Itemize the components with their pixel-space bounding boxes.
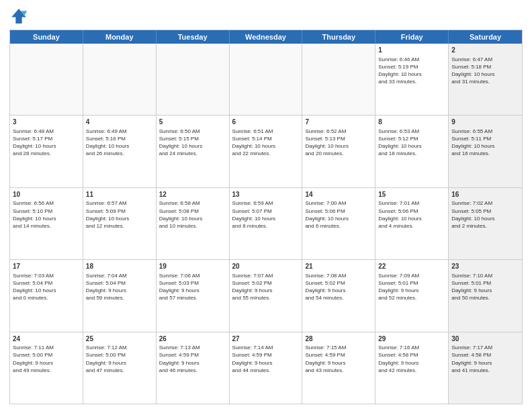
header-day-friday: Friday <box>375 30 449 44</box>
day-info: Sunrise: 6:51 AM Sunset: 5:14 PM Dayligh… <box>232 128 300 158</box>
day-number: 14 <box>305 190 372 199</box>
day-info: Sunrise: 7:07 AM Sunset: 5:02 PM Dayligh… <box>232 272 300 302</box>
day-info: Sunrise: 7:16 AM Sunset: 4:58 PM Dayligh… <box>378 344 445 374</box>
day-info: Sunrise: 7:11 AM Sunset: 5:00 PM Dayligh… <box>13 344 80 374</box>
empty-cell <box>83 44 157 115</box>
day-number: 1 <box>378 46 445 55</box>
day-info: Sunrise: 7:10 AM Sunset: 5:01 PM Dayligh… <box>451 272 519 302</box>
calendar-week-5: 24Sunrise: 7:11 AM Sunset: 5:00 PM Dayli… <box>10 332 522 404</box>
day-number: 6 <box>232 118 300 127</box>
empty-cell <box>157 44 230 115</box>
calendar-body: 1Sunrise: 6:46 AM Sunset: 5:19 PM Daylig… <box>10 44 522 404</box>
day-info: Sunrise: 7:14 AM Sunset: 4:59 PM Dayligh… <box>232 344 300 374</box>
day-cell-7: 7Sunrise: 6:52 AM Sunset: 5:13 PM Daylig… <box>302 116 375 187</box>
header-day-saturday: Saturday <box>449 30 522 44</box>
day-number: 30 <box>451 334 519 344</box>
day-cell-25: 25Sunrise: 7:12 AM Sunset: 5:00 PM Dayli… <box>83 332 157 404</box>
day-info: Sunrise: 7:12 AM Sunset: 5:00 PM Dayligh… <box>86 344 153 374</box>
day-number: 8 <box>378 118 445 127</box>
day-info: Sunrise: 6:48 AM Sunset: 5:17 PM Dayligh… <box>13 128 80 158</box>
day-number: 29 <box>378 334 445 344</box>
header-day-monday: Monday <box>83 30 157 44</box>
header-day-thursday: Thursday <box>302 30 375 44</box>
day-info: Sunrise: 7:09 AM Sunset: 5:01 PM Dayligh… <box>378 272 445 302</box>
day-number: 21 <box>305 262 372 271</box>
day-info: Sunrise: 6:50 AM Sunset: 5:15 PM Dayligh… <box>159 128 226 158</box>
day-info: Sunrise: 6:46 AM Sunset: 5:19 PM Dayligh… <box>378 56 445 86</box>
day-info: Sunrise: 6:49 AM Sunset: 5:16 PM Dayligh… <box>86 128 153 158</box>
day-cell-12: 12Sunrise: 6:58 AM Sunset: 5:08 PM Dayli… <box>157 188 230 259</box>
day-info: Sunrise: 6:53 AM Sunset: 5:12 PM Dayligh… <box>378 128 445 158</box>
day-cell-6: 6Sunrise: 6:51 AM Sunset: 5:14 PM Daylig… <box>230 116 303 187</box>
day-info: Sunrise: 6:56 AM Sunset: 5:10 PM Dayligh… <box>13 199 80 230</box>
empty-cell <box>302 44 375 115</box>
day-number: 5 <box>159 118 226 127</box>
day-number: 16 <box>451 190 519 199</box>
day-number: 12 <box>159 190 226 199</box>
day-number: 4 <box>86 118 153 127</box>
calendar-week-3: 10Sunrise: 6:56 AM Sunset: 5:10 PM Dayli… <box>10 187 522 259</box>
day-cell-22: 22Sunrise: 7:09 AM Sunset: 5:01 PM Dayli… <box>375 260 449 331</box>
day-cell-27: 27Sunrise: 7:14 AM Sunset: 4:59 PM Dayli… <box>230 332 303 404</box>
day-number: 28 <box>305 334 372 344</box>
day-cell-1: 1Sunrise: 6:46 AM Sunset: 5:19 PM Daylig… <box>375 44 449 115</box>
day-info: Sunrise: 6:47 AM Sunset: 5:18 PM Dayligh… <box>451 56 519 86</box>
day-info: Sunrise: 7:15 AM Sunset: 4:59 PM Dayligh… <box>305 344 372 374</box>
day-number: 22 <box>378 262 445 271</box>
calendar-week-4: 17Sunrise: 7:03 AM Sunset: 5:04 PM Dayli… <box>10 259 522 331</box>
day-number: 24 <box>13 334 80 344</box>
calendar-week-2: 3Sunrise: 6:48 AM Sunset: 5:17 PM Daylig… <box>10 115 522 187</box>
day-number: 25 <box>86 334 153 344</box>
day-info: Sunrise: 7:00 AM Sunset: 5:06 PM Dayligh… <box>305 199 372 230</box>
day-info: Sunrise: 6:55 AM Sunset: 5:11 PM Dayligh… <box>451 128 519 158</box>
day-number: 2 <box>451 46 519 55</box>
day-number: 23 <box>451 262 519 271</box>
day-cell-11: 11Sunrise: 6:57 AM Sunset: 5:09 PM Dayli… <box>83 188 157 259</box>
day-number: 15 <box>378 190 445 199</box>
calendar-week-1: 1Sunrise: 6:46 AM Sunset: 5:19 PM Daylig… <box>10 44 522 115</box>
header-day-wednesday: Wednesday <box>230 30 303 44</box>
day-number: 7 <box>305 118 372 127</box>
day-number: 26 <box>159 334 226 344</box>
day-cell-20: 20Sunrise: 7:07 AM Sunset: 5:02 PM Dayli… <box>230 260 303 331</box>
day-number: 18 <box>86 262 153 271</box>
day-number: 27 <box>232 334 300 344</box>
day-info: Sunrise: 6:52 AM Sunset: 5:13 PM Dayligh… <box>305 128 372 158</box>
day-info: Sunrise: 7:02 AM Sunset: 5:05 PM Dayligh… <box>451 199 519 230</box>
day-cell-23: 23Sunrise: 7:10 AM Sunset: 5:01 PM Dayli… <box>449 260 522 331</box>
empty-cell <box>10 44 83 115</box>
day-info: Sunrise: 7:08 AM Sunset: 5:02 PM Dayligh… <box>305 272 372 302</box>
day-cell-26: 26Sunrise: 7:13 AM Sunset: 4:59 PM Dayli… <box>157 332 230 404</box>
day-number: 10 <box>13 190 80 199</box>
day-cell-13: 13Sunrise: 6:59 AM Sunset: 5:07 PM Dayli… <box>230 188 303 259</box>
day-info: Sunrise: 6:57 AM Sunset: 5:09 PM Dayligh… <box>86 199 153 230</box>
header-day-tuesday: Tuesday <box>157 30 230 44</box>
day-cell-17: 17Sunrise: 7:03 AM Sunset: 5:04 PM Dayli… <box>10 260 83 331</box>
day-number: 9 <box>451 118 519 127</box>
day-info: Sunrise: 7:04 AM Sunset: 5:04 PM Dayligh… <box>86 272 153 302</box>
day-cell-14: 14Sunrise: 7:00 AM Sunset: 5:06 PM Dayli… <box>302 188 375 259</box>
day-info: Sunrise: 7:01 AM Sunset: 5:06 PM Dayligh… <box>378 199 445 230</box>
day-number: 11 <box>86 190 153 199</box>
day-cell-10: 10Sunrise: 6:56 AM Sunset: 5:10 PM Dayli… <box>10 188 83 259</box>
day-info: Sunrise: 6:58 AM Sunset: 5:08 PM Dayligh… <box>159 199 226 230</box>
day-cell-30: 30Sunrise: 7:17 AM Sunset: 4:58 PM Dayli… <box>449 332 522 404</box>
day-number: 19 <box>159 262 226 271</box>
logo <box>9 7 31 26</box>
day-number: 17 <box>13 262 80 271</box>
day-number: 3 <box>13 118 80 127</box>
day-cell-29: 29Sunrise: 7:16 AM Sunset: 4:58 PM Dayli… <box>375 332 449 404</box>
day-cell-3: 3Sunrise: 6:48 AM Sunset: 5:17 PM Daylig… <box>10 116 83 187</box>
calendar: SundayMondayTuesdayWednesdayThursdayFrid… <box>9 30 523 404</box>
day-info: Sunrise: 7:03 AM Sunset: 5:04 PM Dayligh… <box>13 272 80 302</box>
day-cell-16: 16Sunrise: 7:02 AM Sunset: 5:05 PM Dayli… <box>449 188 522 259</box>
day-cell-2: 2Sunrise: 6:47 AM Sunset: 5:18 PM Daylig… <box>449 44 522 115</box>
day-cell-19: 19Sunrise: 7:06 AM Sunset: 5:03 PM Dayli… <box>157 260 230 331</box>
header-day-sunday: Sunday <box>10 30 83 44</box>
day-cell-4: 4Sunrise: 6:49 AM Sunset: 5:16 PM Daylig… <box>83 116 157 187</box>
day-cell-21: 21Sunrise: 7:08 AM Sunset: 5:02 PM Dayli… <box>302 260 375 331</box>
day-cell-8: 8Sunrise: 6:53 AM Sunset: 5:12 PM Daylig… <box>375 116 449 187</box>
day-cell-18: 18Sunrise: 7:04 AM Sunset: 5:04 PM Dayli… <box>83 260 157 331</box>
day-cell-9: 9Sunrise: 6:55 AM Sunset: 5:11 PM Daylig… <box>449 116 522 187</box>
logo-icon <box>9 7 28 26</box>
